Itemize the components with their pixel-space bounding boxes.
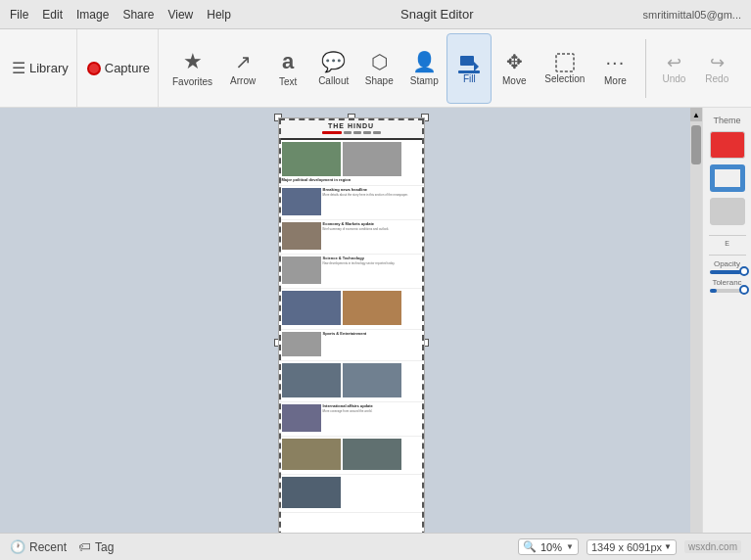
dimensions-value: 1349 x 6091px: [591, 541, 662, 553]
tag-icon: 🏷: [78, 539, 91, 554]
tool-arrow[interactable]: ↗ Arrow: [220, 33, 265, 104]
news-image-14: [282, 477, 341, 508]
title-bar: File Edit Image Share View Help Snagit E…: [0, 0, 751, 29]
favorites-icon: ★: [183, 49, 203, 74]
menu-image[interactable]: Image: [76, 8, 109, 22]
status-bar: 🕐 Recent 🏷 Tag 🔍 10% ▼ 1349 x 6091px ▼ w…: [0, 533, 751, 560]
shape-label: Shape: [365, 75, 394, 86]
tool-fill[interactable]: Fill: [446, 33, 492, 104]
vertical-scrollbar[interactable]: ▲: [690, 108, 702, 533]
news-text-4: Science & Technology New developments in…: [323, 257, 421, 284]
tool-favorites[interactable]: ★ Favorites: [164, 33, 220, 104]
recent-item[interactable]: 🕐 Recent: [10, 539, 67, 554]
menu-file[interactable]: File: [10, 8, 28, 22]
tolerance-label: Toleranc: [712, 278, 741, 287]
tolerance-thumb[interactable]: [739, 285, 749, 295]
text-icon: a: [282, 49, 294, 74]
news-image-3: [282, 188, 321, 215]
hamburger-icon: ☰: [12, 59, 25, 77]
dimensions-arrow: ▼: [664, 542, 672, 551]
tool-text[interactable]: a Text: [265, 33, 310, 104]
news-image-9: [282, 363, 341, 397]
menu-share[interactable]: Share: [122, 8, 154, 22]
undo-redo-row: ↩ Undo ↪ Redo: [654, 48, 736, 88]
wsxdn-watermark: wsxdn.com: [684, 540, 741, 553]
move-label: Move: [502, 75, 526, 86]
selection-label: Selection: [544, 73, 585, 84]
main-content: THE HINDU Major political d: [0, 108, 751, 533]
status-right: 🔍 10% ▼ 1349 x 6091px ▼ wsxdn.com: [518, 538, 741, 555]
tool-shape[interactable]: ⬡ Shape: [356, 33, 401, 104]
favorites-label: Favorites: [172, 76, 212, 87]
menu-help[interactable]: Help: [207, 8, 231, 22]
opacity-slider[interactable]: [710, 270, 745, 274]
news-image-1: [282, 142, 341, 176]
zoom-arrow: ▼: [566, 542, 574, 551]
zoom-control[interactable]: 🔍 10% ▼: [518, 538, 579, 555]
app-title: Snagit Editor: [400, 7, 473, 22]
tool-group: ★ Favorites ↗ Arrow a Text 💬 Callout ⬡ S…: [161, 29, 641, 107]
more-icon: ···: [606, 51, 626, 73]
redo-label: Redo: [705, 73, 728, 84]
callout-label: Callout: [318, 75, 349, 86]
opacity-label: Opacity: [714, 259, 740, 268]
news-section-2: Breaking news headline More details abou…: [279, 186, 424, 220]
canvas-area[interactable]: THE HINDU Major political d: [0, 108, 702, 533]
library-label: Library: [29, 61, 69, 75]
news-text-6: International affairs update More covera…: [323, 404, 421, 432]
scroll-thumb[interactable]: [691, 125, 701, 164]
news-image-5: [282, 257, 321, 284]
undo-button[interactable]: ↩ Undo: [654, 48, 693, 88]
dimensions-display[interactable]: 1349 x 6091px ▼: [587, 539, 677, 555]
theme-swatch-red[interactable]: [710, 131, 745, 159]
menu-view[interactable]: View: [167, 8, 193, 22]
redo-icon: ↪: [710, 52, 725, 73]
capture-dot: [87, 62, 101, 75]
library-toggle[interactable]: ☰ Library: [4, 29, 77, 107]
capture-label: Capture: [105, 61, 150, 75]
news-section-10: [279, 475, 424, 513]
opacity-control: Opacity: [707, 259, 747, 274]
news-headline-1: Major political development in region: [282, 178, 421, 183]
theme-swatch-gray[interactable]: [710, 198, 745, 225]
tolerance-fill: [710, 289, 717, 293]
move-icon: ✥: [506, 50, 523, 73]
news-image-2: [343, 142, 401, 176]
news-image-8: [282, 332, 321, 356]
news-section-4: Science & Technology New developments in…: [279, 255, 424, 289]
recent-label: Recent: [29, 540, 67, 554]
stamp-icon: 👤: [412, 50, 437, 73]
tool-selection[interactable]: Selection: [537, 33, 592, 104]
news-image-4: [282, 222, 321, 250]
menu-edit[interactable]: Edit: [42, 8, 63, 22]
arrow-label: Arrow: [230, 75, 256, 86]
panel-divider-1: [709, 235, 746, 236]
news-image-6: [282, 291, 341, 325]
theme-swatch-blue[interactable]: [710, 164, 745, 192]
theme-label: Theme: [713, 116, 740, 125]
opacity-thumb[interactable]: [739, 266, 749, 276]
news-text-5: Sports & Entertainment: [323, 332, 421, 356]
scroll-up-arrow[interactable]: ▲: [690, 108, 702, 121]
zoom-icon: 🔍: [523, 540, 537, 553]
canvas-image-container[interactable]: THE HINDU Major political d: [278, 117, 425, 533]
redo-button[interactable]: ↪ Redo: [697, 48, 736, 88]
right-panel: Theme E Opacity Toleranc: [702, 108, 751, 533]
tool-more[interactable]: ··· More: [592, 33, 637, 104]
fill-label: Fill: [463, 73, 476, 84]
panel-divider-2: [709, 255, 746, 256]
news-image-7: [343, 291, 401, 325]
screenshot-image: THE HINDU Major political d: [278, 117, 425, 533]
tolerance-control: Toleranc: [707, 278, 747, 293]
tool-stamp[interactable]: 👤 Stamp: [401, 33, 446, 104]
tolerance-slider[interactable]: [710, 289, 745, 293]
capture-button[interactable]: Capture: [79, 29, 159, 107]
arrow-icon: ↗: [235, 50, 252, 73]
fill-icon: [457, 52, 481, 73]
shape-icon: ⬡: [371, 50, 388, 73]
callout-icon: 💬: [321, 50, 346, 73]
tool-callout[interactable]: 💬 Callout: [310, 33, 356, 104]
tool-move[interactable]: ✥ Move: [492, 33, 537, 104]
tag-item[interactable]: 🏷 Tag: [78, 539, 114, 554]
news-text-3: Economy & Markets update Brief summary o…: [323, 222, 421, 250]
